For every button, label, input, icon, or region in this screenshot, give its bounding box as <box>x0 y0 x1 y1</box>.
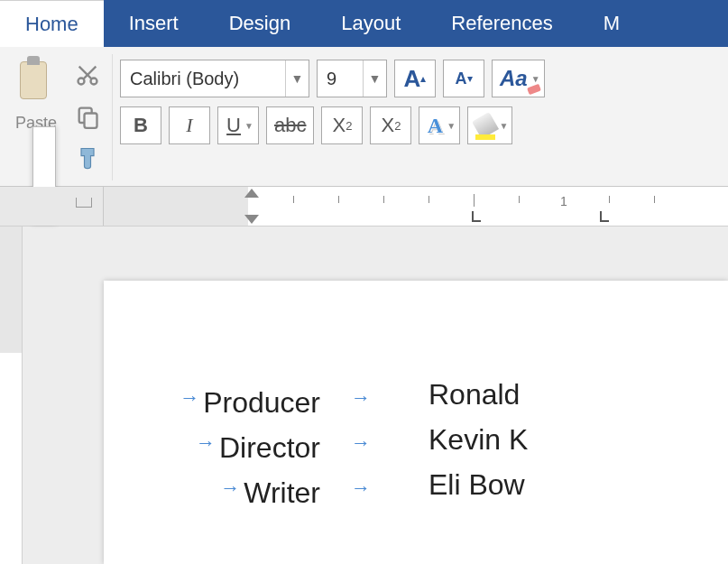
gutter <box>23 227 104 564</box>
bold-button[interactable]: B <box>120 106 161 144</box>
tab-partial[interactable]: M <box>578 0 645 47</box>
tab-arrow-icon: → <box>217 476 244 510</box>
subscript-button[interactable]: X2 <box>321 106 363 144</box>
role-text: Director <box>219 431 320 465</box>
font-size-value: 9 <box>318 69 363 89</box>
tab-insert[interactable]: Insert <box>104 0 204 47</box>
document-area: →Producer → Ronald →Director → Kevin K →… <box>0 227 728 564</box>
text-effects-button[interactable]: A▼ <box>419 106 460 144</box>
tab-stop-marker[interactable] <box>472 211 481 222</box>
tab-references[interactable]: References <box>426 0 578 47</box>
role-text: Producer <box>203 386 320 420</box>
font-name-value: Calibri (Body) <box>121 69 285 89</box>
copy-icon <box>75 104 100 129</box>
name-text: Kevin K <box>429 423 728 457</box>
font-name-combo[interactable]: Calibri (Body) ▼ <box>120 60 309 97</box>
document-line: →Director → Kevin K <box>104 421 728 467</box>
tab-layout[interactable]: Layout <box>316 0 426 47</box>
document-line: →Producer → Ronald <box>104 376 728 421</box>
chevron-down-icon: ▼ <box>285 60 309 97</box>
shrink-font-button[interactable]: A▾ <box>443 60 484 97</box>
superscript-button[interactable]: X2 <box>370 106 411 144</box>
font-group: Calibri (Body) ▼ 9 ▼ A▴ A▾ Aa ▼ B I <box>120 54 545 180</box>
tab-stop-marker[interactable] <box>600 211 609 222</box>
paste-button[interactable]: Paste <box>9 54 63 134</box>
ruler-corner[interactable] <box>0 187 104 226</box>
role-text: Writer <box>244 476 320 510</box>
ruler-number: 1 <box>560 194 567 208</box>
format-painter-button[interactable] <box>72 143 103 173</box>
clipboard-group: Paste <box>9 54 113 180</box>
tab-home[interactable]: Home <box>0 0 104 47</box>
cut-button[interactable] <box>72 60 103 90</box>
hanging-indent-marker[interactable] <box>244 215 259 224</box>
ruler-area: 1 <box>0 187 728 227</box>
tab-design[interactable]: Design <box>204 0 316 47</box>
italic-button[interactable]: I <box>169 106 210 144</box>
ribbon-tabs: Home Insert Design Layout References M <box>0 0 728 47</box>
change-case-button[interactable]: Aa ▼ <box>492 60 545 97</box>
vertical-ruler[interactable] <box>0 227 23 564</box>
tab-arrow-icon: → <box>347 476 374 500</box>
first-line-indent-marker[interactable] <box>244 189 259 198</box>
grow-font-button[interactable]: A▴ <box>394 60 436 97</box>
highlight-button[interactable]: ▼ <box>467 106 512 144</box>
tab-arrow-icon: → <box>347 431 374 455</box>
document-line: →Writer → Eli Bow <box>104 467 728 512</box>
name-text: Eli Bow <box>429 468 728 502</box>
font-size-combo[interactable]: 9 ▼ <box>317 60 387 97</box>
svg-rect-3 <box>85 114 97 128</box>
scissors-icon <box>75 62 100 88</box>
tab-arrow-icon: → <box>192 431 219 465</box>
underline-button[interactable]: U▼ <box>217 106 259 144</box>
clipboard-icon <box>14 56 58 110</box>
ribbon-home-panel: Paste Calibri (Body) ▼ 9 <box>0 47 728 187</box>
document-page[interactable]: →Producer → Ronald →Director → Kevin K →… <box>104 281 728 564</box>
horizontal-ruler[interactable]: 1 <box>104 187 728 226</box>
strikethrough-button[interactable]: abc <box>266 106 314 144</box>
eraser-icon <box>527 84 541 95</box>
paintbrush-icon <box>75 145 100 171</box>
tab-arrow-icon: → <box>176 386 203 420</box>
name-text: Ronald <box>429 378 728 411</box>
tab-arrow-icon: → <box>347 386 374 410</box>
copy-button[interactable] <box>72 101 103 132</box>
chevron-down-icon: ▼ <box>363 60 386 97</box>
